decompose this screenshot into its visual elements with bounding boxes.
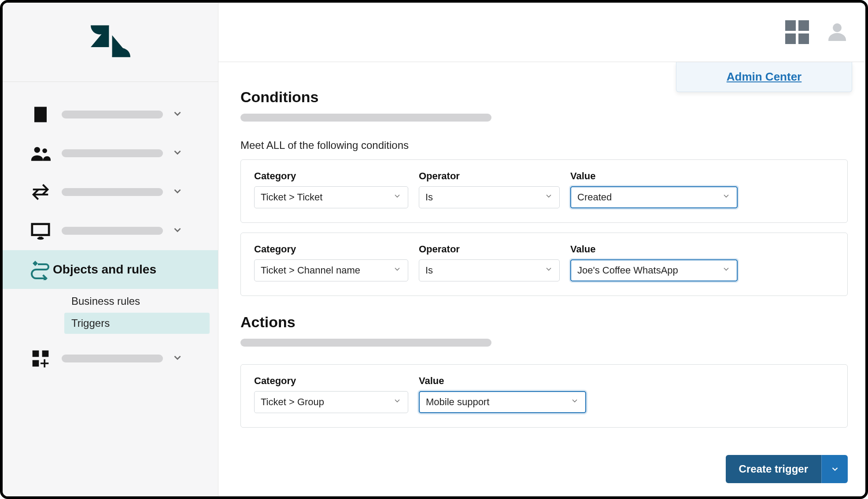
sidebar-item-channels[interactable] bbox=[3, 173, 218, 211]
condition-category-select[interactable]: Ticket > Ticket bbox=[254, 186, 408, 208]
content: Conditions Meet ALL of the following con… bbox=[218, 62, 865, 496]
apps-plus-icon bbox=[28, 349, 53, 368]
placeholder-label bbox=[62, 111, 163, 118]
sidebar-nav: Objects and rules Business rules Trigger… bbox=[3, 82, 218, 378]
admin-center-link[interactable]: Admin Center bbox=[727, 70, 802, 83]
condition-value-select[interactable]: Created bbox=[570, 186, 738, 208]
condition-operator-select[interactable]: Is bbox=[419, 259, 560, 281]
action-value-select[interactable]: Mobile support bbox=[419, 391, 586, 413]
sidebar-subitem-business-rules[interactable]: Business rules bbox=[64, 291, 210, 312]
sidebar-item-workspaces[interactable] bbox=[3, 211, 218, 250]
sidebar-subitems: Business rules Triggers bbox=[3, 289, 218, 339]
sidebar-item-objects-rules[interactable]: Objects and rules bbox=[3, 250, 218, 289]
sidebar-item-label: Objects and rules bbox=[53, 262, 205, 277]
placeholder-label bbox=[62, 227, 163, 235]
actions-description-placeholder bbox=[240, 339, 491, 347]
chevron-down-icon bbox=[172, 352, 183, 365]
sidebar-item-apps[interactable] bbox=[3, 339, 218, 378]
chevron-down-icon bbox=[172, 147, 183, 160]
svg-rect-4 bbox=[32, 224, 49, 235]
building-icon bbox=[28, 105, 53, 124]
col-label-value: Value bbox=[570, 244, 738, 255]
chevron-down-icon bbox=[393, 396, 402, 408]
select-value: Ticket > Channel name bbox=[261, 265, 360, 276]
col-label-value: Value bbox=[570, 170, 738, 182]
col-label-category: Category bbox=[254, 170, 408, 182]
chevron-down-icon bbox=[393, 192, 402, 203]
condition-operator-select[interactable]: Is bbox=[419, 186, 560, 208]
col-label-category: Category bbox=[254, 375, 408, 387]
chevron-down-icon bbox=[172, 185, 183, 199]
chevron-down-icon bbox=[830, 464, 840, 474]
sidebar: Objects and rules Business rules Trigger… bbox=[3, 3, 218, 496]
sidebar-item-company[interactable] bbox=[3, 95, 218, 134]
select-value: Joe's Coffee WhatsApp bbox=[577, 265, 678, 276]
main: Admin Center Conditions Meet ALL of the … bbox=[218, 3, 865, 496]
logo-area bbox=[3, 3, 218, 82]
placeholder-label bbox=[62, 188, 163, 196]
chevron-down-icon bbox=[172, 224, 183, 237]
user-icon[interactable] bbox=[827, 21, 848, 44]
condition-category-select[interactable]: Ticket > Channel name bbox=[254, 259, 408, 281]
chevron-down-icon bbox=[722, 192, 731, 203]
create-trigger-dropdown-button[interactable] bbox=[821, 455, 848, 483]
admin-center-dropdown: Admin Center bbox=[676, 62, 852, 92]
col-label-operator: Operator bbox=[419, 170, 560, 182]
placeholder-label bbox=[62, 149, 163, 157]
select-value: Is bbox=[425, 192, 433, 203]
select-value: Mobile support bbox=[426, 396, 489, 408]
svg-point-5 bbox=[37, 237, 44, 240]
apps-grid-icon[interactable] bbox=[785, 20, 809, 44]
chevron-down-icon bbox=[722, 265, 731, 276]
condition-row: Category Ticket > Channel name Operator … bbox=[240, 233, 848, 296]
workflow-icon bbox=[28, 259, 53, 280]
people-icon bbox=[28, 143, 53, 163]
create-trigger-button[interactable]: Create trigger bbox=[726, 455, 821, 483]
conditions-description-placeholder bbox=[240, 114, 491, 122]
svg-rect-7 bbox=[42, 351, 49, 357]
arrows-horizontal-icon bbox=[28, 182, 53, 202]
zendesk-logo-icon bbox=[91, 25, 130, 59]
chevron-down-icon bbox=[544, 192, 553, 203]
topbar bbox=[218, 3, 865, 62]
sidebar-subitem-triggers[interactable]: Triggers bbox=[64, 313, 210, 334]
select-value: Is bbox=[425, 265, 433, 276]
action-row: Category Ticket > Group Value Mobile sup… bbox=[240, 364, 848, 428]
meet-all-label: Meet ALL of the following conditions bbox=[240, 139, 848, 152]
footer-actions: Create trigger bbox=[726, 455, 848, 483]
condition-row: Category Ticket > Ticket Operator Is bbox=[240, 159, 848, 223]
sidebar-item-people[interactable] bbox=[3, 134, 218, 173]
select-value: Created bbox=[577, 192, 612, 203]
placeholder-label bbox=[62, 355, 163, 362]
condition-value-select[interactable]: Joe's Coffee WhatsApp bbox=[570, 259, 738, 281]
actions-title: Actions bbox=[240, 314, 848, 331]
action-category-select[interactable]: Ticket > Group bbox=[254, 391, 408, 413]
col-label-category: Category bbox=[254, 244, 408, 255]
select-value: Ticket > Group bbox=[261, 396, 324, 408]
col-label-operator: Operator bbox=[419, 244, 560, 255]
col-label-value: Value bbox=[419, 375, 586, 387]
svg-rect-6 bbox=[33, 351, 39, 357]
select-value: Ticket > Ticket bbox=[261, 192, 322, 203]
chevron-down-icon bbox=[393, 265, 402, 276]
svg-point-9 bbox=[833, 23, 842, 32]
svg-point-2 bbox=[34, 147, 40, 153]
chevron-down-icon bbox=[544, 265, 553, 276]
svg-rect-8 bbox=[33, 360, 39, 367]
chevron-down-icon bbox=[172, 108, 183, 121]
svg-point-3 bbox=[42, 148, 47, 153]
chevron-down-icon bbox=[570, 396, 579, 408]
monitor-icon bbox=[28, 221, 53, 241]
app-frame: Objects and rules Business rules Trigger… bbox=[0, 0, 868, 499]
